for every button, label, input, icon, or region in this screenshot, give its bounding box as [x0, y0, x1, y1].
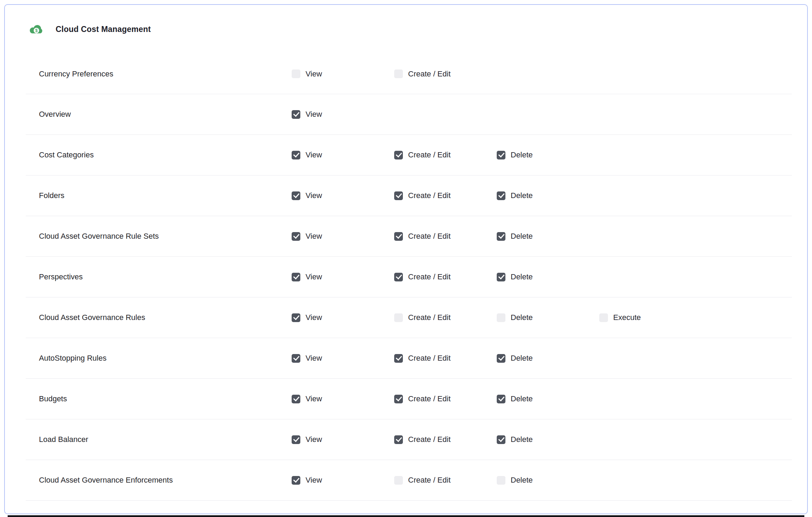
row-label: Budgets: [26, 394, 292, 403]
permission-cell: View: [292, 272, 394, 281]
permission-cell: Delete: [497, 150, 599, 159]
create-edit-checkbox[interactable]: [394, 151, 403, 159]
view-checkbox[interactable]: [292, 69, 300, 78]
permission-label: View: [306, 435, 322, 444]
permission-cell: View: [292, 232, 394, 241]
view-checkbox[interactable]: [292, 354, 300, 363]
view-checkbox[interactable]: [292, 435, 300, 444]
delete-checkbox[interactable]: [497, 476, 505, 485]
row-cells: ViewCreate / EditDelete: [292, 150, 792, 159]
table-row: Cloud Asset Governance Rules ViewCreate …: [26, 297, 792, 338]
page-title: Cloud Cost Management: [56, 25, 151, 34]
row-cells: ViewCreate / Edit: [292, 69, 792, 79]
permission-label: Delete: [511, 150, 533, 159]
row-cells: ViewCreate / EditDelete: [292, 394, 792, 403]
permission-label: Create / Edit: [408, 191, 450, 200]
permission-label: Delete: [511, 394, 533, 403]
permission-cell: Create / Edit: [394, 69, 497, 79]
permission-cell: View: [292, 313, 394, 322]
permission-label: View: [306, 69, 322, 79]
row-cells: ViewCreate / EditDelete: [292, 476, 792, 485]
view-checkbox[interactable]: [292, 476, 300, 485]
delete-checkbox[interactable]: [497, 191, 505, 200]
permission-label: Create / Edit: [408, 313, 450, 322]
permission-label: Create / Edit: [408, 476, 450, 485]
create-edit-checkbox[interactable]: [394, 476, 403, 485]
permission-cell: Delete: [497, 272, 599, 281]
create-edit-checkbox[interactable]: [394, 69, 403, 78]
table-row: Perspectives ViewCreate / EditDelete: [26, 257, 792, 297]
table-row: AutoStopping Rules ViewCreate / EditDele…: [26, 338, 792, 379]
table-row: Cost Categories ViewCreate / EditDelete: [26, 135, 792, 175]
create-edit-checkbox[interactable]: [394, 273, 403, 281]
delete-checkbox[interactable]: [497, 395, 505, 403]
permission-cell: Create / Edit: [394, 476, 497, 485]
permission-label: Delete: [511, 313, 533, 322]
table-row: Overview View: [26, 94, 792, 135]
permission-cell: Create / Edit: [394, 272, 497, 281]
cloud-cost-management-panel: $ Cloud Cost Management Currency Prefere…: [4, 4, 808, 514]
create-edit-checkbox[interactable]: [394, 435, 403, 444]
permission-label: Delete: [511, 435, 533, 444]
permission-label: View: [306, 313, 322, 322]
permission-label: Create / Edit: [408, 394, 450, 403]
table-row: Cloud Asset Governance Rule Sets ViewCre…: [26, 216, 792, 257]
permission-cell: Execute: [599, 313, 702, 322]
row-cells: ViewCreate / EditDelete: [292, 191, 792, 200]
row-cells: ViewCreate / EditDelete: [292, 354, 792, 363]
row-label: Cloud Asset Governance Enforcements: [26, 476, 292, 485]
permission-label: Create / Edit: [408, 69, 450, 79]
permission-label: View: [306, 272, 322, 281]
permission-label: Delete: [511, 191, 533, 200]
row-label: Overview: [26, 110, 292, 119]
permission-label: Delete: [511, 272, 533, 281]
permission-cell: Create / Edit: [394, 435, 497, 444]
bottom-divider: [8, 515, 804, 517]
view-checkbox[interactable]: [292, 395, 300, 403]
create-edit-checkbox[interactable]: [394, 395, 403, 403]
permission-label: View: [306, 191, 322, 200]
delete-checkbox[interactable]: [497, 232, 505, 241]
create-edit-checkbox[interactable]: [394, 191, 403, 200]
permission-label: Create / Edit: [408, 272, 450, 281]
row-label: Currency Preferences: [26, 69, 292, 79]
table-row: Load Balancer ViewCreate / EditDelete: [26, 419, 792, 460]
permission-label: Create / Edit: [408, 150, 450, 159]
create-edit-checkbox[interactable]: [394, 232, 403, 241]
row-cells: ViewCreate / EditDelete: [292, 232, 792, 241]
view-checkbox[interactable]: [292, 191, 300, 200]
permission-label: Create / Edit: [408, 435, 450, 444]
delete-checkbox[interactable]: [497, 151, 505, 159]
delete-checkbox[interactable]: [497, 435, 505, 444]
view-checkbox[interactable]: [292, 110, 300, 119]
row-cells: ViewCreate / EditDelete: [292, 435, 792, 444]
permission-cell: Create / Edit: [394, 394, 497, 403]
create-edit-checkbox[interactable]: [394, 313, 403, 322]
delete-checkbox[interactable]: [497, 313, 505, 322]
row-cells: ViewCreate / EditDeleteExecute: [292, 313, 792, 322]
cloud-dollar-icon: $: [28, 21, 44, 38]
permission-cell: Create / Edit: [394, 313, 497, 322]
row-cells: View: [292, 110, 792, 119]
permission-label: Delete: [511, 476, 533, 485]
permission-cell: Delete: [497, 476, 599, 485]
permission-cell: Delete: [497, 394, 599, 403]
create-edit-checkbox[interactable]: [394, 354, 403, 363]
permission-label: Create / Edit: [408, 354, 450, 363]
row-label: AutoStopping Rules: [26, 354, 292, 363]
view-checkbox[interactable]: [292, 273, 300, 281]
view-checkbox[interactable]: [292, 232, 300, 241]
permission-cell: Delete: [497, 191, 599, 200]
permission-label: View: [306, 354, 322, 363]
view-checkbox[interactable]: [292, 313, 300, 322]
view-checkbox[interactable]: [292, 151, 300, 159]
row-label: Folders: [26, 191, 292, 200]
permission-cell: Delete: [497, 313, 599, 322]
delete-checkbox[interactable]: [497, 273, 505, 281]
permission-label: Delete: [511, 354, 533, 363]
execute-checkbox[interactable]: [599, 313, 608, 322]
delete-checkbox[interactable]: [497, 354, 505, 363]
permission-cell: View: [292, 354, 394, 363]
permission-cell: Create / Edit: [394, 150, 497, 159]
permission-label: Create / Edit: [408, 232, 450, 241]
